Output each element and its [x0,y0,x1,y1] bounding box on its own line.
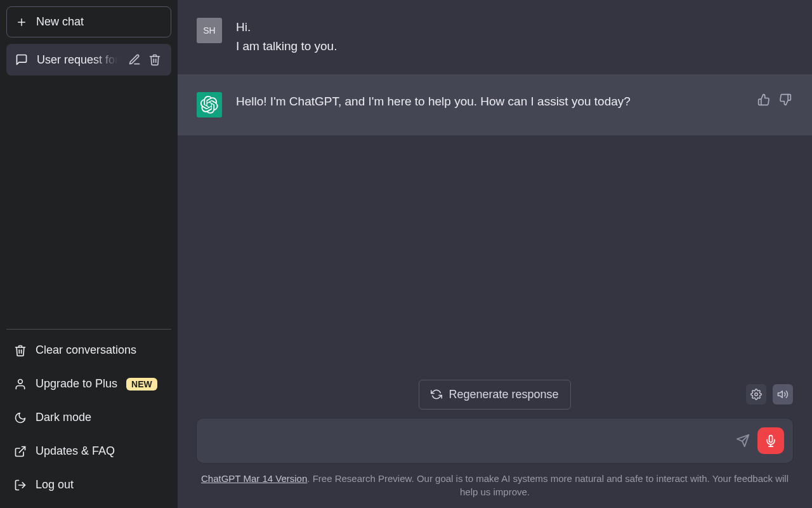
svg-point-2 [18,379,23,384]
speaker-icon [777,389,789,400]
assistant-text: Hello! I'm ChatGPT, and I'm here to help… [236,92,742,111]
sidebar: New chat User request for [0,0,178,508]
updates-label: Updates & FAQ [36,444,115,458]
user-text-line: Hi. [236,18,793,37]
pencil-icon [128,53,141,66]
settings-button[interactable] [746,384,766,404]
svg-marker-6 [778,391,783,398]
speaker-button[interactable] [773,384,793,404]
clear-label: Clear conversations [36,344,136,357]
conversation-list: User request for [6,44,171,76]
main: SH Hi. I am talking to you. Hello! I'm C… [178,0,812,508]
person-icon [14,378,27,391]
logout-label: Log out [36,478,74,491]
sidebar-footer: Clear conversations Upgrade to Plus NEW … [6,329,171,502]
regenerate-button[interactable]: Regenerate response [419,380,570,410]
message-actions [756,92,793,117]
new-chat-label: New chat [36,15,84,29]
dark-mode-label: Dark mode [36,411,91,424]
plus-icon [16,17,27,28]
thumbs-up-button[interactable] [756,92,771,107]
regenerate-label: Regenerate response [449,388,558,401]
user-avatar: SH [197,18,222,43]
microphone-icon [764,434,777,447]
send-button[interactable] [736,434,750,448]
footer-note-text: . Free Research Preview. Our goal is to … [307,473,789,498]
refresh-icon [431,389,442,400]
external-link-icon [14,445,27,458]
thumbs-up-icon [757,93,770,106]
regenerate-row: Regenerate response [197,380,793,410]
upgrade-button[interactable]: Upgrade to Plus NEW [6,367,171,401]
conversation-item[interactable]: User request for [6,44,171,76]
moon-icon [14,411,27,424]
thumbs-down-icon [779,93,792,106]
footer-note: ChatGPT Mar 14 Version. Free Research Pr… [197,472,793,500]
edit-conversation-button[interactable] [127,52,142,67]
upgrade-label: Upgrade to Plus [36,377,117,391]
svg-line-3 [19,446,25,452]
logout-icon [14,479,27,491]
new-badge: NEW [126,378,157,391]
svg-point-5 [755,393,758,396]
assistant-message-body: Hello! I'm ChatGPT, and I'm here to help… [236,92,742,117]
trash-icon [148,53,161,66]
dark-mode-button[interactable]: Dark mode [6,401,171,434]
version-link[interactable]: ChatGPT Mar 14 Version [201,473,307,484]
new-chat-button[interactable]: New chat [6,6,171,37]
trash-icon [14,344,27,357]
clear-conversations-button[interactable]: Clear conversations [6,333,171,367]
user-text-line: I am talking to you. [236,37,793,56]
send-icon [736,434,750,448]
conversation-title: User request for [37,53,118,67]
microphone-button[interactable] [757,427,784,454]
bottom-area: Regenerate response [178,380,812,509]
user-message: SH Hi. I am talking to you. [178,0,812,74]
gear-icon [750,389,762,400]
chat-input-row [197,418,793,463]
delete-conversation-button[interactable] [147,52,162,67]
message-list: SH Hi. I am talking to you. Hello! I'm C… [178,0,812,380]
assistant-message: Hello! I'm ChatGPT, and I'm here to help… [178,74,812,135]
chat-icon [15,53,28,66]
thumbs-down-button[interactable] [778,92,793,107]
chat-input[interactable] [209,432,728,450]
assistant-avatar [197,92,222,117]
logout-button[interactable]: Log out [6,468,171,502]
updates-faq-button[interactable]: Updates & FAQ [6,434,171,468]
user-message-body: Hi. I am talking to you. [236,18,793,57]
